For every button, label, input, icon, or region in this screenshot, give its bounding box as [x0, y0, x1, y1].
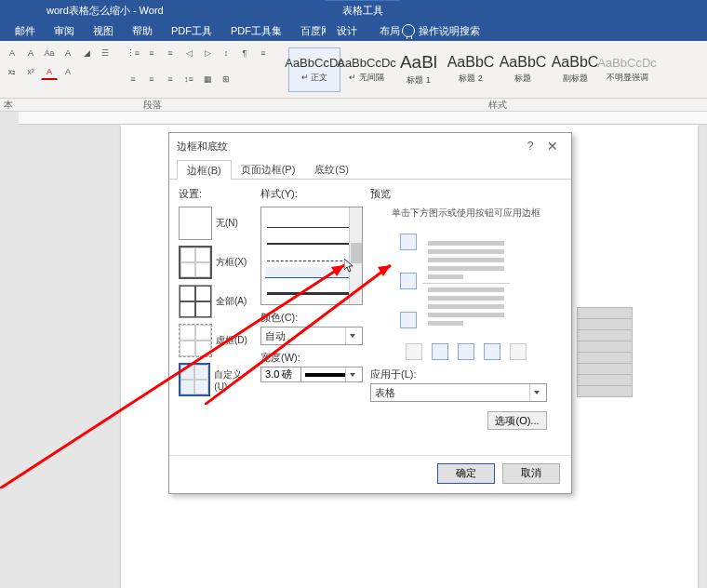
dialog-titlebar[interactable]: 边框和底纹 ? ✕ — [169, 133, 571, 159]
bullet-list[interactable]: ⋮≡ — [125, 45, 141, 61]
ribbon-tab[interactable]: 审阅 — [54, 24, 74, 38]
border-top-toggle[interactable] — [400, 234, 417, 250]
tab-page-border[interactable]: 页面边框(P) — [231, 159, 306, 179]
style-nospacing[interactable]: AaBbCcDc↵ 无间隔 — [340, 47, 393, 92]
tab-design[interactable]: 设计 — [326, 20, 368, 41]
contextual-subtabs: 设计 布局 — [326, 20, 411, 41]
setting-icon-all — [179, 285, 212, 318]
font-btn[interactable]: x² — [22, 63, 39, 80]
options-button[interactable]: 选项(O)... — [487, 411, 547, 430]
line-spacing[interactable]: ↕≡ — [180, 71, 197, 87]
border-diag-toggle[interactable] — [406, 343, 422, 360]
ok-button[interactable]: 确定 — [437, 463, 495, 484]
cursor-icon — [344, 259, 355, 274]
setting-none[interactable]: 无(N) — [179, 207, 253, 240]
font-group: A A Aa A ◢ ☰ x₂ x² A A — [0, 41, 121, 98]
highlight[interactable]: A — [60, 63, 76, 80]
indent-inc[interactable]: ▷ — [199, 45, 216, 61]
setting-box[interactable]: 方框(X) — [179, 246, 253, 279]
ruler[interactable] — [19, 112, 707, 125]
style-subtle[interactable]: AaBbCcDc不明显强调 — [601, 47, 653, 92]
font-bold[interactable]: x₂ — [4, 63, 20, 80]
show-marks[interactable]: ¶ — [236, 45, 253, 61]
border-vmid-toggle[interactable] — [458, 343, 474, 360]
table-in-document[interactable] — [577, 307, 633, 396]
apply-combo[interactable]: 表格 — [370, 383, 547, 402]
width-combo[interactable]: 3.0 磅 — [260, 367, 363, 382]
style-option[interactable] — [267, 234, 356, 245]
help-button[interactable]: ? — [519, 136, 541, 156]
sort[interactable]: ↕ — [218, 45, 234, 61]
style-option[interactable] — [267, 250, 356, 261]
font-btn[interactable]: A — [60, 45, 76, 61]
color-label: 颜色(C): — [260, 311, 363, 325]
style-heading2[interactable]: AaBbC标题 2 — [445, 47, 497, 92]
close-button[interactable]: ✕ — [541, 136, 564, 156]
borders-shading-dialog: 边框和底纹 ? ✕ 边框(B) 页面边框(P) 底纹(S) 设置: 无(N) 方… — [168, 132, 572, 494]
color-combo[interactable]: 自动 — [260, 327, 363, 345]
setting-custom[interactable]: 自定义(U) — [179, 363, 253, 396]
preview-column: 预览 单击下方图示或使用按钮可应用边框 — [370, 187, 562, 448]
lightbulb-icon — [402, 24, 415, 37]
font-btn[interactable]: ◢ — [78, 45, 95, 61]
cancel-button[interactable]: 取消 — [502, 463, 560, 484]
style-title[interactable]: AaBbC标题 — [497, 47, 549, 92]
dialog-tabs: 边框(B) 页面边框(P) 底纹(S) — [169, 159, 571, 180]
ribbon-tab[interactable]: 视图 — [93, 24, 113, 38]
tab-shading[interactable]: 底纹(S) — [304, 159, 359, 179]
ribbon-tab[interactable]: PDF工具 — [171, 24, 212, 38]
preview-note: 单击下方图示或使用按钮可应用边框 — [370, 207, 562, 219]
preview-label: 预览 — [370, 187, 562, 201]
scrollbar[interactable] — [349, 207, 362, 304]
chevron-down-icon — [529, 384, 542, 401]
border-bottom-toggle[interactable] — [400, 312, 417, 328]
align-right[interactable]: ≡ — [143, 71, 160, 87]
setting-grid[interactable]: 虚框(D) — [179, 324, 253, 357]
border-right-toggle[interactable] — [484, 343, 500, 360]
tab-borders[interactable]: 边框(B) — [177, 160, 232, 180]
style-heading1[interactable]: AaBl标题 1 — [393, 47, 445, 92]
border-hmid-toggle[interactable] — [400, 273, 417, 289]
tell-me[interactable]: 操作说明搜索 — [402, 20, 480, 41]
styles-gallery[interactable]: AaBbCcDc↵ 正文 AaBbCcDc↵ 无间隔 AaBl标题 1 AaBb… — [288, 41, 707, 98]
dialog-body: 设置: 无(N) 方框(X) 全部(A) 虚框(D) 自定义(U) 样式(Y):… — [169, 180, 571, 455]
group-label-font: 本 — [0, 99, 17, 111]
style-label: 样式(Y): — [260, 187, 363, 201]
font-btn[interactable]: Aa — [41, 45, 58, 61]
font-btn[interactable]: A — [4, 45, 20, 61]
border-left-toggle[interactable] — [432, 343, 448, 360]
chevron-down-icon — [345, 327, 358, 344]
ribbon-tab[interactable]: PDF工具集 — [231, 24, 282, 38]
group-labels: 本 段落 样式 — [0, 99, 707, 112]
indent-dec[interactable]: ◁ — [180, 45, 197, 61]
ribbon-tab[interactable]: 邮件 — [15, 24, 35, 38]
setting-all[interactable]: 全部(A) — [179, 285, 253, 318]
style-column: 样式(Y): 颜色(C): 自动 宽度(W): 3.0 磅 — [260, 187, 363, 448]
borders[interactable]: ⊞ — [218, 71, 234, 87]
align-center[interactable]: ≡ — [125, 71, 141, 87]
style-normal[interactable]: AaBbCcDc↵ 正文 — [288, 47, 340, 92]
number-list[interactable]: ≡ — [143, 45, 160, 61]
group-label-paragraph: 段落 — [17, 99, 288, 111]
preview-center[interactable] — [422, 237, 510, 327]
border-diag2-toggle[interactable] — [510, 343, 527, 360]
dialog-footer: 确定 取消 — [169, 455, 571, 490]
font-btn[interactable]: ☰ — [97, 45, 113, 61]
setting-icon-custom — [179, 363, 210, 396]
style-option[interactable] — [267, 284, 356, 295]
settings-label: 设置: — [179, 187, 253, 201]
contextual-tab-category: 表格工具 — [326, 0, 400, 20]
setting-icon-box — [179, 246, 212, 279]
dialog-title: 边框和底纹 — [177, 140, 519, 154]
align-left[interactable]: ≡ — [255, 45, 272, 61]
font-color[interactable]: A — [41, 63, 58, 80]
multilevel[interactable]: ≡ — [162, 45, 179, 61]
style-listbox[interactable] — [260, 207, 363, 305]
setting-icon-none — [179, 207, 212, 240]
style-subtitle[interactable]: AaBbC副标题 — [549, 47, 601, 92]
align-justify[interactable]: ≡ — [162, 71, 179, 87]
shading[interactable]: ▦ — [199, 71, 216, 87]
ribbon-tab[interactable]: 帮助 — [132, 24, 153, 38]
font-btn[interactable]: A — [22, 45, 39, 61]
style-option[interactable] — [267, 217, 356, 228]
